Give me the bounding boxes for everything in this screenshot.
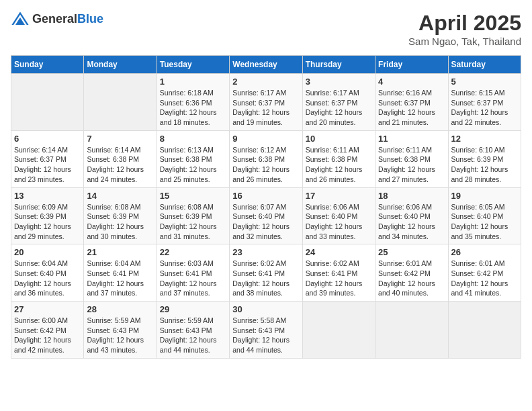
sunrise-text: Sunrise: 5:59 AM	[160, 316, 214, 324]
day-info: Sunrise: 6:02 AMSunset: 6:41 PMDaylight:…	[306, 259, 372, 298]
day-info: Sunrise: 6:08 AMSunset: 6:39 PMDaylight:…	[87, 202, 153, 242]
table-row: 11Sunrise: 6:11 AMSunset: 6:38 PMDayligh…	[375, 130, 448, 187]
day-info: Sunrise: 6:11 AMSunset: 6:38 PMDaylight:…	[378, 145, 445, 185]
sunset-text: Sunset: 6:39 PM	[160, 212, 212, 220]
sunrise-text: Sunrise: 6:16 AM	[378, 89, 432, 97]
day-number: 14	[87, 191, 153, 201]
day-info: Sunrise: 6:04 AMSunset: 6:41 PMDaylight:…	[87, 259, 153, 298]
table-row	[11, 74, 84, 131]
day-number: 21	[87, 247, 153, 257]
table-row: 23Sunrise: 6:02 AMSunset: 6:41 PMDayligh…	[230, 244, 302, 302]
header-saturday: Saturday	[448, 56, 521, 74]
day-info: Sunrise: 6:05 AMSunset: 6:40 PMDaylight:…	[451, 202, 518, 242]
table-row: 25Sunrise: 6:01 AMSunset: 6:42 PMDayligh…	[375, 244, 448, 302]
sunset-text: Sunset: 6:38 PM	[160, 155, 212, 163]
sunset-text: Sunset: 6:41 PM	[160, 269, 212, 277]
daylight-text: Daylight: 12 hours and 24 minutes.	[87, 165, 144, 183]
table-row	[302, 302, 375, 359]
day-number: 22	[160, 247, 226, 257]
day-number: 7	[87, 134, 153, 144]
table-row: 19Sunrise: 6:05 AMSunset: 6:40 PMDayligh…	[448, 187, 521, 244]
sunrise-text: Sunrise: 6:06 AM	[306, 203, 359, 211]
sunrise-text: Sunrise: 6:04 AM	[87, 259, 140, 267]
sunrise-text: Sunrise: 6:17 AM	[306, 89, 359, 97]
table-row: 28Sunrise: 5:59 AMSunset: 6:43 PMDayligh…	[84, 302, 157, 359]
sunset-text: Sunset: 6:37 PM	[451, 99, 504, 107]
sunset-text: Sunset: 6:43 PM	[232, 326, 285, 334]
sunrise-text: Sunrise: 6:07 AM	[232, 203, 286, 211]
table-row: 8Sunrise: 6:13 AMSunset: 6:38 PMDaylight…	[157, 130, 229, 187]
header-tuesday: Tuesday	[157, 56, 229, 74]
daylight-text: Daylight: 12 hours and 26 minutes.	[306, 165, 363, 183]
daylight-text: Daylight: 12 hours and 44 minutes.	[160, 336, 217, 354]
day-number: 8	[160, 134, 226, 144]
day-info: Sunrise: 6:11 AMSunset: 6:38 PMDaylight:…	[306, 145, 372, 185]
sunrise-text: Sunrise: 6:00 AM	[14, 316, 68, 324]
sunrise-text: Sunrise: 6:05 AM	[451, 203, 505, 211]
daylight-text: Daylight: 12 hours and 33 minutes.	[306, 222, 363, 240]
week-row-5: 27Sunrise: 6:00 AMSunset: 6:42 PMDayligh…	[11, 302, 521, 359]
day-number: 27	[14, 304, 81, 314]
sunrise-text: Sunrise: 6:10 AM	[451, 146, 505, 154]
day-number: 13	[14, 191, 81, 201]
sunset-text: Sunset: 6:37 PM	[306, 99, 358, 107]
day-number: 9	[232, 134, 299, 144]
sunset-text: Sunset: 6:37 PM	[14, 155, 66, 163]
logo: GeneralBlue	[11, 11, 103, 27]
table-row: 13Sunrise: 6:09 AMSunset: 6:39 PMDayligh…	[11, 187, 84, 244]
daylight-text: Daylight: 12 hours and 42 minutes.	[14, 336, 71, 354]
day-number: 30	[232, 304, 299, 314]
sunset-text: Sunset: 6:41 PM	[306, 269, 358, 277]
daylight-text: Daylight: 12 hours and 27 minutes.	[378, 165, 435, 183]
day-info: Sunrise: 6:18 AMSunset: 6:36 PMDaylight:…	[160, 88, 226, 128]
sunrise-text: Sunrise: 6:06 AM	[378, 203, 432, 211]
logo-blue-text: Blue	[77, 12, 103, 26]
sunset-text: Sunset: 6:36 PM	[160, 99, 212, 107]
sunset-text: Sunset: 6:41 PM	[232, 269, 285, 277]
table-row: 15Sunrise: 6:08 AMSunset: 6:39 PMDayligh…	[157, 187, 229, 244]
table-row: 4Sunrise: 6:16 AMSunset: 6:37 PMDaylight…	[375, 74, 448, 131]
day-info: Sunrise: 6:07 AMSunset: 6:40 PMDaylight:…	[232, 202, 299, 242]
daylight-text: Daylight: 12 hours and 18 minutes.	[160, 108, 217, 126]
table-row: 20Sunrise: 6:04 AMSunset: 6:40 PMDayligh…	[11, 244, 84, 302]
sunset-text: Sunset: 6:37 PM	[378, 99, 431, 107]
sunset-text: Sunset: 6:41 PM	[87, 269, 139, 277]
day-number: 16	[232, 191, 299, 201]
daylight-text: Daylight: 12 hours and 20 minutes.	[306, 108, 363, 126]
sunrise-text: Sunrise: 6:09 AM	[14, 203, 68, 211]
sunrise-text: Sunrise: 5:59 AM	[87, 316, 140, 324]
daylight-text: Daylight: 12 hours and 30 minutes.	[87, 222, 144, 240]
day-number: 23	[232, 247, 299, 257]
sunrise-text: Sunrise: 6:08 AM	[160, 203, 214, 211]
sunset-text: Sunset: 6:38 PM	[87, 155, 139, 163]
week-row-2: 6Sunrise: 6:14 AMSunset: 6:37 PMDaylight…	[11, 130, 521, 187]
day-number: 2	[232, 77, 299, 87]
table-row: 7Sunrise: 6:14 AMSunset: 6:38 PMDaylight…	[84, 130, 157, 187]
daylight-text: Daylight: 12 hours and 36 minutes.	[14, 279, 71, 298]
day-number: 4	[378, 77, 445, 87]
table-row	[448, 302, 521, 359]
sunrise-text: Sunrise: 6:17 AM	[232, 89, 286, 97]
table-row: 26Sunrise: 6:01 AMSunset: 6:42 PMDayligh…	[448, 244, 521, 302]
table-row: 12Sunrise: 6:10 AMSunset: 6:39 PMDayligh…	[448, 130, 521, 187]
sunset-text: Sunset: 6:40 PM	[378, 212, 431, 220]
table-row: 10Sunrise: 6:11 AMSunset: 6:38 PMDayligh…	[302, 130, 375, 187]
week-row-1: 1Sunrise: 6:18 AMSunset: 6:36 PMDaylight…	[11, 74, 521, 131]
daylight-text: Daylight: 12 hours and 39 minutes.	[306, 279, 363, 298]
sunset-text: Sunset: 6:37 PM	[232, 99, 285, 107]
day-number: 6	[14, 134, 81, 144]
table-row: 6Sunrise: 6:14 AMSunset: 6:37 PMDaylight…	[11, 130, 84, 187]
sunrise-text: Sunrise: 6:03 AM	[160, 259, 214, 267]
day-info: Sunrise: 6:01 AMSunset: 6:42 PMDaylight:…	[451, 259, 518, 298]
sunset-text: Sunset: 6:38 PM	[306, 155, 358, 163]
day-number: 29	[160, 304, 226, 314]
day-info: Sunrise: 6:03 AMSunset: 6:41 PMDaylight:…	[160, 259, 226, 298]
day-number: 10	[306, 134, 372, 144]
weekday-header-row: SundayMondayTuesdayWednesdayThursdayFrid…	[11, 56, 521, 74]
daylight-text: Daylight: 12 hours and 38 minutes.	[232, 279, 290, 298]
table-row: 29Sunrise: 5:59 AMSunset: 6:43 PMDayligh…	[157, 302, 229, 359]
sunset-text: Sunset: 6:39 PM	[14, 212, 66, 220]
day-number: 25	[378, 247, 445, 257]
day-info: Sunrise: 6:04 AMSunset: 6:40 PMDaylight:…	[14, 259, 81, 298]
calendar-table: SundayMondayTuesdayWednesdayThursdayFrid…	[11, 55, 521, 359]
